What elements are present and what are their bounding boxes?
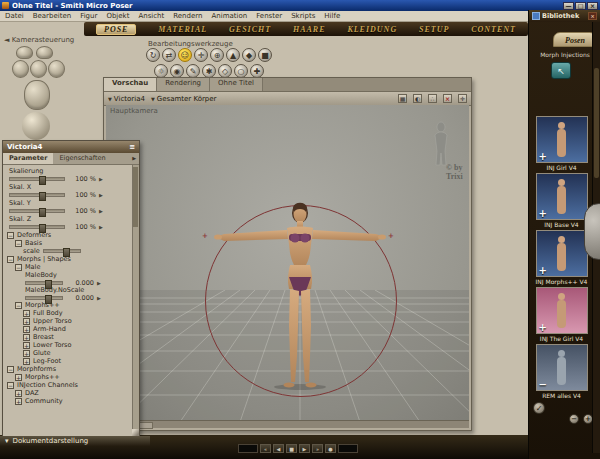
tab-pose[interactable]: POSE [96, 24, 136, 35]
group-glute[interactable]: Glute [3, 349, 133, 357]
tool-grouping-icon[interactable]: ☼ [154, 64, 168, 78]
pose-thumbnail[interactable]: − [536, 344, 588, 391]
tab-eigenschaften[interactable]: Eigenschaften [53, 153, 111, 164]
dial-handle[interactable] [45, 280, 52, 289]
tool-light-icon[interactable]: ◇ [218, 64, 232, 78]
dial-handle[interactable] [39, 176, 46, 185]
group-lower-torso[interactable]: Lower Torso [3, 341, 133, 349]
expand-box-icon[interactable] [7, 366, 14, 373]
tab-content[interactable]: CONTENT [471, 25, 516, 34]
head-camera-icon[interactable] [24, 80, 50, 110]
group-upper-torso[interactable]: Upper Torso [3, 317, 133, 325]
tool-direct-edit-icon[interactable]: ✱ [202, 64, 216, 78]
menu-skripts[interactable]: Skripts [291, 12, 315, 20]
parameters-palette-header[interactable]: Victoria4 ≡ [3, 141, 139, 153]
parameters-scrollbar-thumb[interactable] [133, 167, 138, 227]
tab-vorschau[interactable]: Vorschau [104, 78, 157, 91]
tab-parameter[interactable]: Parameter [3, 153, 53, 164]
tab-overflow-arrow-icon[interactable]: ▶ [129, 153, 139, 164]
palette-menu-icon[interactable]: ≡ [129, 143, 135, 151]
group-full-body[interactable]: Full Body [3, 309, 133, 317]
tool-hand-icon[interactable]: ✚ [250, 64, 264, 78]
dial-handle[interactable] [63, 248, 70, 257]
side-panel-knob[interactable] [584, 203, 600, 260]
apply-check-button[interactable]: ✓ [533, 402, 545, 414]
menu-objekt[interactable]: Objekt [106, 12, 129, 20]
dial-track[interactable] [9, 209, 65, 213]
pan-cross-icon[interactable]: ✛ [458, 94, 467, 103]
tool-morph-icon[interactable]: ✎ [186, 64, 200, 78]
last-frame-button[interactable]: » [312, 444, 323, 453]
dial-track[interactable] [25, 281, 63, 285]
menu-rendern[interactable]: Rendern [173, 12, 202, 20]
expand-box-icon[interactable] [7, 256, 14, 263]
menu-ansicht[interactable]: Ansicht [138, 12, 164, 20]
figure-selector-dropdown[interactable]: ▼ Victoria4 [108, 95, 145, 103]
expand-box-icon[interactable] [7, 382, 14, 389]
library-item[interactable]: − REM alles V4 [529, 344, 594, 400]
tool-taper-icon[interactable]: ▲ [226, 48, 240, 62]
dial-track[interactable] [9, 177, 65, 181]
tab-ohne-titel[interactable]: Ohne Titel [210, 78, 263, 91]
right-hand-camera-icon[interactable] [36, 46, 53, 59]
expand-box-icon[interactable] [23, 326, 30, 333]
library-close-button[interactable]: × [588, 12, 597, 20]
group-injection-channels[interactable]: INJection Channels [3, 381, 133, 389]
step-back-button[interactable]: ◀ [273, 444, 284, 453]
left-camera-face-icon[interactable] [12, 60, 29, 78]
expand-box-icon[interactable] [23, 334, 30, 341]
group-morphforms[interactable]: Morphforms [3, 365, 133, 373]
dial-options-arrow-icon[interactable]: ▶ [99, 224, 103, 230]
play-button[interactable]: ▶ [299, 444, 310, 453]
minimize-button[interactable]: — [563, 2, 574, 10]
actor-selector-dropdown[interactable]: ▼ Gesamter Körper [151, 95, 217, 103]
tool-translate-icon[interactable]: ☺ [178, 48, 192, 62]
pose-thumbnail[interactable]: + [536, 116, 588, 163]
expand-box-icon[interactable] [23, 350, 30, 357]
dial-options-arrow-icon[interactable]: ▶ [99, 192, 103, 198]
left-hand-camera-icon[interactable] [16, 46, 33, 59]
dial-handle[interactable] [39, 224, 46, 233]
expand-box-icon[interactable] [15, 374, 22, 381]
display-style-icon[interactable]: ▦ [398, 94, 407, 103]
folder-up-button[interactable]: ↖ [551, 62, 571, 79]
expand-box-icon[interactable] [15, 264, 22, 271]
dial-options-arrow-icon[interactable]: ▶ [99, 208, 103, 214]
camera-trackball[interactable] [22, 112, 50, 140]
record-button[interactable]: ● [325, 444, 336, 453]
expand-box-icon[interactable] [15, 302, 22, 309]
tab-setup[interactable]: SETUP [419, 25, 449, 34]
tab-material[interactable]: MATERIAL [158, 25, 207, 34]
group-morphs-plus[interactable]: Morphs++ [3, 301, 133, 309]
expand-box-icon[interactable] [15, 398, 22, 405]
tool-chain-break-icon[interactable]: ◆ [242, 48, 256, 62]
group-arm-hand[interactable]: Arm-Hand [3, 325, 133, 333]
tool-scale-icon[interactable]: ⊕ [210, 48, 224, 62]
first-frame-button[interactable]: « [260, 444, 271, 453]
group-deformers[interactable]: Deformers [3, 231, 133, 239]
tool-color-icon[interactable]: ■ [258, 48, 272, 62]
document-scrollbar[interactable] [106, 420, 469, 428]
preview-viewport[interactable]: Hauptkamera [106, 105, 469, 420]
right-camera-face-icon[interactable] [48, 60, 65, 78]
circle-handle-left-icon[interactable]: + [202, 232, 208, 240]
menu-figur[interactable]: Figur [80, 12, 97, 20]
expand-box-icon[interactable] [15, 240, 22, 247]
group-leg-foot[interactable]: Leg-Foot [3, 357, 133, 365]
library-header[interactable]: Bibliothek × [529, 10, 600, 22]
expand-box-icon[interactable] [23, 358, 30, 365]
group-daz[interactable]: DAZ [3, 389, 133, 397]
tool-twist-icon[interactable]: ⇄ [162, 48, 176, 62]
group-morphforms-morphs[interactable]: Morphs++ [3, 373, 133, 381]
tool-view-magnifier-icon[interactable]: ◉ [170, 64, 184, 78]
pose-thumbnail[interactable]: + [536, 173, 588, 220]
dial-options-arrow-icon[interactable]: ▶ [97, 295, 101, 301]
victoria4-figure[interactable] [210, 201, 390, 391]
dial-handle[interactable] [45, 295, 52, 304]
dial-track[interactable] [9, 193, 65, 197]
dial-track[interactable] [9, 225, 65, 229]
dial-track[interactable] [43, 249, 81, 253]
close-button[interactable]: × [587, 2, 598, 10]
dial-options-arrow-icon[interactable]: ▶ [99, 176, 103, 182]
pose-thumbnail[interactable]: + [536, 287, 588, 334]
